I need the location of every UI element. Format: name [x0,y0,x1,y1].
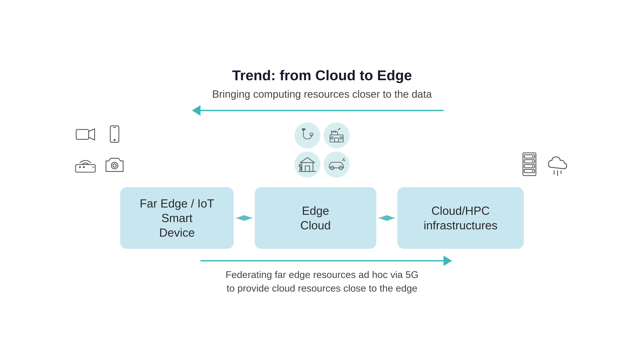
slide: Trend: from Cloud to Edge Bringing compu… [30,19,614,343]
svg-point-6 [79,166,81,168]
connector-1 [234,213,255,223]
top-arrow-head [192,105,200,116]
svg-line-25 [344,160,345,161]
far-edge-label: Far Edge / IoT SmartDevice [130,196,224,240]
router-icon [72,152,98,178]
edge-cloud-icons [294,122,350,178]
ev-car-icon [324,152,350,178]
svg-point-34 [532,170,533,172]
far-edge-icons [72,122,128,178]
slide-title: Trend: from Cloud to Edge [232,67,412,84]
data-cloud-icon [546,152,572,178]
svg-point-31 [532,156,533,157]
factory-icon [324,122,350,148]
cloud-hpc-box: Cloud/HPCinfrastructures [397,187,524,249]
svg-point-32 [532,161,533,162]
bottom-arrow-row [63,260,581,261]
far-edge-box: Far Edge / IoT SmartDevice [120,187,234,249]
top-arrow-line [200,110,444,111]
video-camera-icon [72,122,98,148]
bottom-text-line2: to provide cloud resources close to the … [226,282,418,295]
svg-rect-2 [110,126,119,142]
svg-rect-16 [335,138,339,142]
bottom-arrow-head [444,256,452,266]
cloud-hpc-label: Cloud/HPCinfrastructures [424,203,498,233]
camera-icon [102,152,128,178]
farm-icon [294,152,320,178]
svg-marker-19 [300,158,314,163]
cloud-hpc-icons [516,152,572,178]
cloud-hpc-icon-pair [516,152,572,178]
far-edge-icon-grid [72,122,128,178]
boxes-row: Far Edge / IoT SmartDevice EdgeCloud [63,187,581,249]
svg-rect-21 [305,166,310,171]
svg-rect-20 [302,162,313,171]
slide-subtitle: Bringing computing resources closer to t… [212,88,432,100]
svg-point-4 [114,139,115,141]
icons-row [63,122,581,178]
svg-rect-5 [76,165,95,172]
edge-cloud-box: EdgeCloud [255,187,376,249]
svg-point-7 [83,166,85,168]
bottom-text-line1: Federating far edge resources ad hoc via… [226,268,418,282]
svg-marker-1 [89,129,95,140]
svg-rect-15 [330,135,343,142]
stethoscope-icon [294,122,320,148]
bottom-arrow-line [200,260,444,261]
edge-cloud-label: EdgeCloud [300,203,331,233]
server-rack-icon [516,152,542,178]
svg-rect-18 [340,137,342,139]
edge-cloud-icon-grid [294,122,350,178]
svg-point-33 [532,166,533,167]
connector-2 [376,213,397,223]
svg-point-9 [111,162,118,169]
top-arrow-row [63,110,581,111]
svg-rect-17 [331,137,333,139]
svg-point-10 [113,164,116,167]
bottom-text: Federating far edge resources ad hoc via… [226,268,418,295]
svg-rect-0 [76,129,89,139]
phone-icon [102,122,128,148]
